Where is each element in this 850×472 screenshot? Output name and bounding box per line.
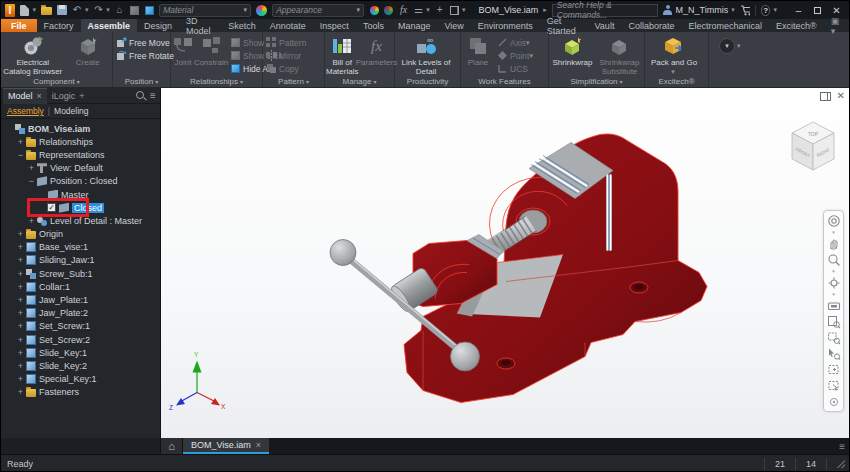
tree-item-set-screw-2[interactable]: +Set_Screw:2 [1,333,160,346]
qat-customize-icon[interactable]: + [435,4,445,16]
shrinkwrap-button[interactable]: Shrinkwrap [550,34,595,76]
model-panel-tab[interactable]: Model× [3,88,47,104]
link-levels-of-detail-button[interactable]: ∞ Link Levels of Detail [396,34,456,76]
minimize-button[interactable]: – [790,3,807,17]
bill-of-materials-button[interactable]: Bill of Materials [326,34,358,76]
component-button[interactable] [144,4,154,16]
zoom-window-icon[interactable] [826,331,841,345]
return-button[interactable] [130,4,140,16]
expander[interactable]: + [16,335,25,345]
adjust-appearance-icon[interactable] [369,4,379,16]
help-dropdown-icon[interactable]: ▾ [773,6,777,14]
resize-grip[interactable] [835,459,845,469]
electrical-catalog-browser-button[interactable]: Electrical Catalog Browser [2,34,63,76]
orbit-icon[interactable] [826,276,841,290]
help-button[interactable]: ? [761,5,770,16]
save-button[interactable] [57,4,67,16]
tab-annotate[interactable]: Annotate [263,19,313,32]
navigation-wheel-dropdown[interactable]: ▾ [832,230,835,235]
expander[interactable]: + [16,321,25,331]
vise-3d-model[interactable]: Y X Z [161,88,850,438]
tab-list-menu-icon[interactable]: ≡ [839,441,845,452]
expander[interactable]: + [16,229,25,239]
tree-item-sliding-jaw[interactable]: +Sliding_Jaw:1 [1,254,160,267]
point-button[interactable]: Point▾ [495,49,535,62]
constrain-button[interactable]: Constrain [195,34,227,76]
tree-item-screw-sub[interactable]: +Screw_Sub:1 [1,267,160,280]
tree-item-root[interactable]: BOM_Vise.iam [1,122,160,135]
productivity-group-label[interactable]: Productivity [395,76,460,87]
new-file-dropdown-icon[interactable]: ▾ [33,6,37,14]
appearance-dropdown[interactable]: Appearance [272,4,364,17]
zoom-selected-icon[interactable] [826,347,841,361]
zoom-icon[interactable] [826,253,841,267]
expander[interactable]: + [16,255,25,265]
maximize-button[interactable] [809,3,826,17]
ribbon-overflow-caret[interactable]: ▾ [737,42,741,87]
look-at-icon[interactable] [826,299,841,313]
pack-and-go-dropdown-icon[interactable]: ▾ [671,67,675,76]
free-move-button[interactable]: Free Move [114,36,176,49]
create-button[interactable]: Create [64,34,111,76]
tree-item-special-key[interactable]: +Special_Key:1 [1,373,160,386]
tab-file[interactable]: File [1,19,37,32]
user-dropdown-icon[interactable]: ▾ [731,6,735,14]
expander[interactable]: + [16,308,25,318]
tab-environments[interactable]: Environments [471,19,540,32]
tree-item-jaw-plate-1[interactable]: +Jaw_Plate:1 [1,293,160,306]
pan-icon[interactable] [826,237,841,251]
add-panel-icon[interactable]: + [79,91,84,101]
qat-dropdown-icon[interactable]: ▾ [426,6,430,14]
plane-button[interactable]: Plane [462,34,494,76]
expander[interactable]: + [16,269,25,279]
joint-button[interactable]: Joint [172,34,194,76]
home-button[interactable]: ⌂ [115,4,125,16]
tab-collaborate[interactable]: Collaborate [621,19,681,32]
tab-inspect[interactable]: Inspect [313,19,356,32]
ribbon-overflow-button[interactable]: ▾ [719,38,735,54]
windows-dropdown-icon[interactable]: ▾ [462,6,466,14]
select-window-icon[interactable] [826,363,841,377]
ucs-button[interactable]: UCS [495,62,535,75]
tab-sketch[interactable]: Sketch [221,19,263,32]
expander[interactable]: + [16,387,25,397]
tree-item-position-closed[interactable]: −Position : Closed [1,175,160,188]
close-panel-icon[interactable]: × [37,91,42,101]
navigation-wheel-icon[interactable] [826,214,841,228]
relationships-group-label[interactable]: Relationships [171,76,262,87]
pattern-group-label[interactable]: Pattern [263,76,324,87]
expander[interactable]: + [16,361,25,371]
pack-and-go-button[interactable]: Pack and Go ▾ [646,34,702,76]
inventor-logo[interactable]: I [5,4,15,17]
tab-excitech[interactable]: Excitech® [769,19,824,32]
component-group-label[interactable]: Component [1,76,112,87]
tab-3d-model[interactable]: 3D Model [179,19,221,32]
document-tab-active[interactable]: BOM_Vise.iam × [183,438,269,454]
axis-button[interactable]: Axis▾ [495,36,535,49]
open-button[interactable] [41,4,52,16]
copy-button[interactable]: Copy [264,62,308,75]
tree-item-representations[interactable]: −Representations [1,148,160,161]
select-lasso-icon[interactable] [826,379,841,393]
tab-tools[interactable]: Tools [356,19,391,32]
expander[interactable]: + [16,295,25,305]
tree-item-collar[interactable]: +Collar:1 [1,280,160,293]
simplification-group-label[interactable]: Simplification [549,76,644,87]
expander[interactable]: + [16,282,25,292]
measure-icon[interactable]: ⚌ [414,4,424,16]
undo-button[interactable]: ↶ [72,4,82,16]
viewcube[interactable]: TOP FRONT RIGHT [788,120,838,176]
tree-item-slide-key-2[interactable]: +Slide_Key:2 [1,359,160,372]
tree-item-origin[interactable]: +Origin [1,228,160,241]
tree-item-set-screw-1[interactable]: +Set_Screw:1 [1,320,160,333]
new-file-button[interactable] [20,4,30,16]
ilogic-panel-tab[interactable]: iLogic+ [47,88,90,104]
color-wheel-icon[interactable] [256,4,267,16]
tab-design[interactable]: Design [137,19,179,32]
home-tab-button[interactable]: ⌂ [161,438,183,454]
close-view-icon[interactable]: ✕ [837,91,845,101]
tab-view[interactable]: View [437,19,470,32]
zoom-all-icon[interactable] [826,315,841,329]
redo-dropdown-icon[interactable]: ▾ [106,6,110,14]
tree-item-closed[interactable]: ✓ Closed [1,201,160,214]
